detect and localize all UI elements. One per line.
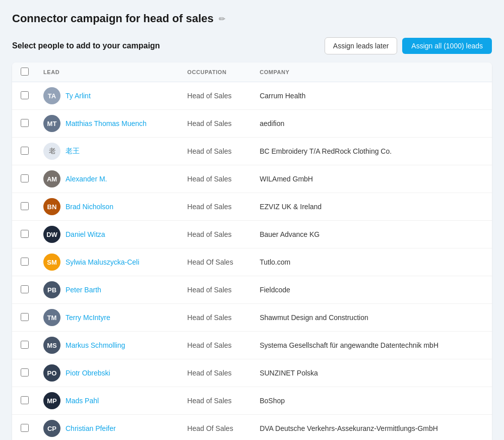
toolbar-subtitle: Select people to add to your campaign — [12, 41, 160, 50]
avatar: SM — [43, 254, 60, 271]
row-checkbox[interactable] — [21, 119, 29, 127]
row-checkbox-cell — [12, 387, 37, 415]
table-row: MTMatthias Thomas MuenchHead of Salesaed… — [12, 110, 492, 138]
lead-name[interactable]: Brad Nicholson — [66, 203, 113, 211]
table-row: BNBrad NicholsonHead of SalesEZVIZ UK & … — [12, 193, 492, 221]
avatar: PO — [43, 364, 60, 382]
table-row: POPiotr ObrebskiHead of SalesSUNZINET Po… — [12, 359, 492, 387]
row-checkbox[interactable] — [21, 147, 29, 155]
avatar: MS — [43, 337, 60, 354]
table-row: CPChristian PfeiferHead Of SalesDVA Deut… — [12, 415, 492, 441]
leads-table: LEAD OCCUPATION COMPANY TATy ArlintHead … — [12, 62, 492, 440]
row-checkbox[interactable] — [21, 424, 29, 432]
row-company-cell: BC Embroidery T/A RedRock Clothing Co. — [254, 138, 492, 165]
row-checkbox[interactable] — [21, 285, 29, 293]
row-company-cell: DVA Deutsche Verkehrs-Assekuranz-Vermitt… — [254, 415, 492, 441]
table-row: PBPeter BarthHead of SalesFieldcode — [12, 276, 492, 304]
row-checkbox-cell — [12, 110, 37, 138]
lead-name[interactable]: Mads Pahl — [66, 397, 99, 405]
row-checkbox[interactable] — [21, 313, 29, 321]
avatar: 老 — [43, 143, 60, 160]
row-checkbox[interactable] — [21, 341, 29, 349]
avatar: CP — [43, 420, 60, 437]
lead-name[interactable]: 老王 — [66, 147, 80, 156]
row-checkbox[interactable] — [21, 230, 29, 238]
row-lead-cell: DWDaniel Witza — [37, 221, 181, 248]
row-company-cell: Carrum Health — [254, 82, 492, 110]
row-occupation-cell: Head of Sales — [181, 165, 254, 193]
row-company-cell: Systema Gesellschaft für angewandte Date… — [254, 332, 492, 359]
row-company-cell: aedifion — [254, 110, 492, 138]
header-lead: LEAD — [37, 62, 181, 82]
row-occupation-cell: Head of Sales — [181, 193, 254, 221]
page-title: Connector campaign for head of sales — [12, 12, 214, 25]
row-checkbox[interactable] — [21, 202, 29, 210]
avatar: AM — [43, 170, 60, 187]
row-company-cell: WILAmed GmbH — [254, 165, 492, 193]
row-checkbox[interactable] — [21, 258, 29, 266]
table-header: LEAD OCCUPATION COMPANY — [12, 62, 492, 82]
row-lead-cell: MSMarkus Schmolling — [37, 332, 181, 359]
row-checkbox-cell — [12, 221, 37, 248]
table-row: 老老王Head of SalesBC Embroidery T/A RedRoc… — [12, 138, 492, 165]
toolbar-actions: Assign leads later Assign all (1000) lea… — [325, 37, 492, 54]
toolbar: Select people to add to your campaign As… — [12, 37, 492, 54]
row-checkbox[interactable] — [21, 174, 29, 182]
row-checkbox-cell — [12, 359, 37, 387]
header-checkbox — [12, 62, 37, 82]
leads-table-container: LEAD OCCUPATION COMPANY TATy ArlintHead … — [12, 62, 492, 440]
table-row: DWDaniel WitzaHead of SalesBauer Advance… — [12, 221, 492, 248]
assign-all-button[interactable]: Assign all (1000) leads — [402, 38, 492, 54]
row-company-cell: Tutlo.com — [254, 248, 492, 276]
row-lead-cell: TATy Arlint — [37, 82, 181, 110]
lead-name[interactable]: Ty Arlint — [66, 92, 91, 100]
row-lead-cell: AMAlexander M. — [37, 165, 181, 193]
row-checkbox[interactable] — [21, 91, 29, 99]
row-checkbox[interactable] — [21, 368, 29, 376]
table-body: TATy ArlintHead of SalesCarrum HealthMTM… — [12, 82, 492, 441]
lead-name[interactable]: Piotr Obrebski — [66, 369, 110, 377]
row-checkbox-cell — [12, 193, 37, 221]
table-row: SMSylwia Maluszycka-CeliHead Of SalesTut… — [12, 248, 492, 276]
row-occupation-cell: Head of Sales — [181, 138, 254, 165]
row-checkbox-cell — [12, 276, 37, 304]
lead-name[interactable]: Sylwia Maluszycka-Celi — [66, 258, 139, 266]
row-lead-cell: POPiotr Obrebski — [37, 359, 181, 387]
avatar: BN — [43, 198, 60, 215]
row-checkbox-cell — [12, 138, 37, 165]
lead-name[interactable]: Alexander M. — [66, 175, 107, 183]
lead-name[interactable]: Peter Barth — [66, 286, 101, 294]
table-row: AMAlexander M.Head of SalesWILAmed GmbH — [12, 165, 492, 193]
row-company-cell: SUNZINET Polska — [254, 359, 492, 387]
edit-icon[interactable]: ✏ — [219, 14, 225, 24]
row-checkbox-cell — [12, 304, 37, 332]
row-company-cell: Bauer Advance KG — [254, 221, 492, 248]
row-lead-cell: MPMads Pahl — [37, 387, 181, 415]
row-checkbox-cell — [12, 82, 37, 110]
assign-later-button[interactable]: Assign leads later — [325, 37, 398, 54]
row-occupation-cell: Head of Sales — [181, 304, 254, 332]
avatar: MT — [43, 115, 60, 132]
row-company-cell: Fieldcode — [254, 276, 492, 304]
row-checkbox[interactable] — [21, 396, 29, 404]
row-occupation-cell: Head Of Sales — [181, 415, 254, 441]
row-company-cell: EZVIZ UK & Ireland — [254, 193, 492, 221]
table-row: MPMads PahlHead of SalesBoShop — [12, 387, 492, 415]
row-lead-cell: 老老王 — [37, 138, 181, 165]
avatar: DW — [43, 226, 60, 243]
row-lead-cell: TMTerry McIntyre — [37, 304, 181, 332]
page-header: Connector campaign for head of sales ✏ — [12, 12, 492, 25]
lead-name[interactable]: Matthias Thomas Muench — [66, 119, 147, 128]
lead-name[interactable]: Christian Pfeifer — [66, 424, 116, 432]
header-company: COMPANY — [254, 62, 492, 82]
row-occupation-cell: Head Of Sales — [181, 248, 254, 276]
lead-name[interactable]: Daniel Witza — [66, 230, 105, 238]
select-all-checkbox[interactable] — [21, 68, 29, 76]
row-checkbox-cell — [12, 415, 37, 441]
row-lead-cell: SMSylwia Maluszycka-Celi — [37, 248, 181, 276]
lead-name[interactable]: Terry McIntyre — [66, 313, 110, 322]
row-company-cell: Shawmut Design and Construction — [254, 304, 492, 332]
lead-name[interactable]: Markus Schmolling — [66, 341, 125, 349]
header-occupation: OCCUPATION — [181, 62, 254, 82]
table-row: TMTerry McIntyreHead of SalesShawmut Des… — [12, 304, 492, 332]
